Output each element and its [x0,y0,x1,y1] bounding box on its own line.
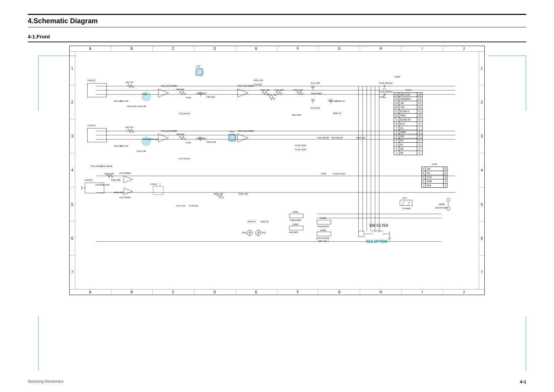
fr3-label: FR3 56K [176,88,185,90]
fic4-label: FIC4 [230,131,234,133]
grid-col-F: F [277,289,319,295]
footer-left: Samsung Electronics [28,379,63,384]
svg-point-18 [447,198,450,202]
fc5-label: FC5 682 [143,138,151,140]
schematic-frame: ABCDEFGHIJ ABCDEFGHIJ 1234567 1234567 [69,46,485,295]
fcn5-table: 5-8V54KO43S 1632GND21S/W1 [421,167,447,188]
fc25-label: FC25 100/16V [379,82,393,84]
fsw3-name: FSW3 [320,217,326,219]
grid-col-J: J [443,289,484,295]
grid-left: 1234567 [70,52,75,289]
conn-row: 71/L7 [394,126,422,130]
grid-row-3: 3 [479,119,484,153]
svg-rect-10 [289,214,303,218]
fsw5-label: FSW5 [394,76,400,78]
fd4-label: FD4 IN4148 [331,137,342,139]
conn-row: 52/R5 [394,134,422,139]
fr24-label: FR24 33 [248,221,256,223]
schematic-svg [75,52,479,289]
page-subtitle: 4-1.Front [28,34,526,39]
sea-option-label: SEA OPTION [366,240,387,243]
fcn1-name: FCN1 [406,89,411,91]
fr13-label: FR13 10K [260,89,270,91]
conn-row: 15SW CON15 [394,93,422,97]
fsw4-name: FSW4 [320,229,326,231]
grid-top: ABCDEFGHIJ [70,46,484,52]
fr18-label: FR18 1K [337,100,345,102]
fr22-label: FR22 10K [214,193,223,195]
fr12-label: FR12 10K [267,94,277,96]
fr25-label: FR25 100 [356,137,365,139]
fr23-label: FR23 33 [260,221,268,223]
grid-col-G: G [319,46,360,51]
fr19-label: FR19 33K [111,179,120,181]
emi-filter-label: EMI FILTER [369,224,388,228]
title-bar: 4.Schematic Diagram [28,14,526,27]
grid-row-3: 3 [70,119,75,153]
fr26-label: FR26 1K [333,112,341,114]
grid-col-I: I [402,46,443,51]
fc2-label: FC2 103 [120,145,128,147]
fc12-label: FC12 392 [311,107,320,109]
fs7-power: FS 7 [403,197,407,199]
fic2b-label: FIC2 (1/2) 4558S [238,130,254,132]
grid-row-5: 5 [479,188,484,222]
fic1b-label: FIC1 (1/2) 4558S [161,130,177,132]
fc21-label: FC21 10P [137,150,146,152]
grid-col-A: A [70,46,111,51]
conn-row: 12+8V12 [394,105,422,109]
grid-right: 1234567 [479,52,484,289]
grid-row-1: 1 [70,52,75,86]
svg-rect-16 [358,231,364,237]
fr17-label: FR17 56K [292,114,301,116]
fr15-label: FR15 10K [293,89,303,91]
grid-col-C: C [153,46,194,51]
fr21-label: FR21 10K [239,193,248,195]
conn-row: 11ECHO-211 [394,109,422,114]
fc18-label: FC18 223 [189,205,198,207]
conn-row: 14LED(N/K)14 [394,97,422,101]
fvr3-label: FVR3 [186,97,191,99]
fvr1-lbl2: FVR1 [186,142,191,144]
fjack3-label: FJACK3 [85,179,92,181]
svg-rect-17 [400,200,412,206]
grid-col-E: E [236,46,277,51]
fsw1-label: ONE MORE [290,219,301,221]
conn-row: 3S 163 [422,175,447,179]
fd2-label: FD2 IN4148 [101,165,112,167]
fs7-label: FS7 [196,65,200,68]
fc3-label: FC3 22/16V [179,113,190,115]
conn-row: 5-8V5 [422,167,447,171]
footer-page: 4-1 [520,379,526,384]
fc20-label: FC20 10P [137,105,146,107]
grid-row-1: 1 [479,52,484,86]
fc19-label: FC19 47/16V [333,173,345,175]
fr9-label: FR9 10K [150,138,158,140]
fr14-label: FR14 200K [311,92,322,95]
grid-col-B: B [111,289,153,295]
fr8-label: FR8 56K [176,133,185,135]
fr16-label: FR16 10K [105,173,114,175]
page-title: 4.Schematic Diagram [28,17,526,25]
grid-row-2: 2 [70,86,75,119]
conn-row: 2S82 [394,147,422,151]
grid-row-6: 6 [479,222,484,256]
grid-col-D: D [194,289,236,295]
fsw4-label: AUTO PAUSE [316,237,329,239]
fc11-label: FC11 10P [311,82,320,84]
fc9-label: FC9 682 [254,83,262,86]
fcn5-name: FCN5 [432,163,437,165]
fc23-label: FC23 [379,96,384,98]
conn-row: 3K13 [394,143,422,147]
fd1-label: FD1 IN4148 [91,165,102,167]
svg-rect-12 [317,220,331,224]
fcn1-table: 15SW CON1514LED(N/K)1413-8V1312+8V1211EC… [394,92,422,155]
grid-col-A: A [70,289,111,295]
fc4-label: FC4 1/50V [196,92,206,95]
fc15-label: FC15 1/50V [295,149,306,151]
grid-row-4: 4 [70,153,75,187]
schematic-body: FJACK1 FJACK2 FJACK3 CHASSIS GND FIC1 (1… [75,52,479,289]
grid-col-J: J [443,46,484,51]
conn-row: 9ECHO-IN9 [394,118,422,122]
fvr1-label: FVR1 [151,183,156,185]
